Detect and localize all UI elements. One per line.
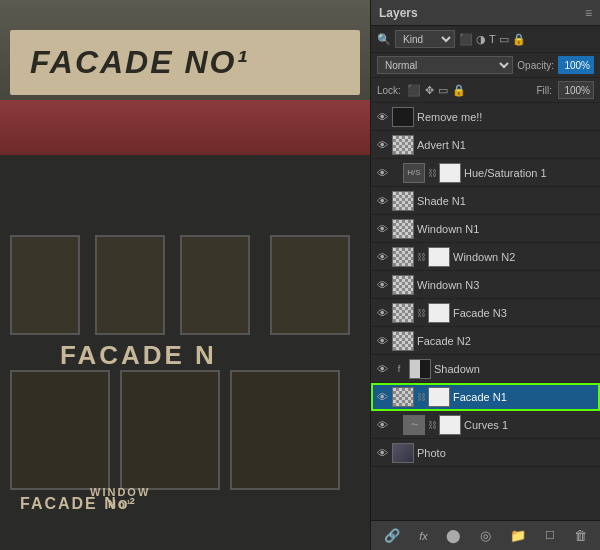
eye-icon[interactable]: 👁 xyxy=(375,447,389,459)
layer-thumb xyxy=(392,191,414,211)
kind-select[interactable]: Kind xyxy=(395,30,455,48)
lock-all-icon[interactable]: 🔒 xyxy=(452,84,466,97)
layer-thumb xyxy=(392,387,414,407)
layers-panel: Layers ≡ 🔍 Kind ⬛ ◑ T ▭ 🔒 Normal Opacity… xyxy=(370,0,600,550)
layer-item[interactable]: 👁 Windown N3 xyxy=(371,271,600,299)
fill-label: Fill: xyxy=(536,85,552,96)
layer-item[interactable]: 👁 Facade N2 xyxy=(371,327,600,355)
lock-row: Lock: ⬛ ✥ ▭ 🔒 Fill: xyxy=(371,78,600,103)
layer-thumb xyxy=(392,247,414,267)
layer-thumb xyxy=(392,219,414,239)
window-2 xyxy=(95,235,165,335)
layer-list[interactable]: 👁 Remove me!! 👁 Advert N1 👁 H/S ⛓ Hue/Sa… xyxy=(371,103,600,520)
lock-artboard-icon[interactable]: ▭ xyxy=(438,84,448,97)
layer-item[interactable]: 👁 ⛓ Facade N3 xyxy=(371,299,600,327)
layer-name: Windown N1 xyxy=(417,223,596,235)
window-bottom-3 xyxy=(230,370,340,490)
new-layer-icon[interactable]: ☐ xyxy=(541,527,559,544)
facade-building: FACADE N FACADE No² WINDOW No¹ xyxy=(0,155,370,550)
layer-mask xyxy=(439,415,461,435)
mode-row: Normal Opacity: xyxy=(371,53,600,78)
lock-label: Lock: xyxy=(377,85,401,96)
adjustment-icon[interactable]: ◑ xyxy=(476,33,486,46)
mode-select[interactable]: Normal xyxy=(377,56,513,74)
smart-object-icon: f xyxy=(392,362,406,376)
layer-thumb xyxy=(392,107,414,127)
layer-item-facade-n1[interactable]: 👁 ⛓ Facade N1 xyxy=(371,383,600,411)
eye-icon[interactable]: 👁 xyxy=(375,419,389,431)
window-bottom-1 xyxy=(10,370,110,490)
type-icon[interactable]: T xyxy=(489,33,496,46)
layer-item[interactable]: 👁 f Shadown xyxy=(371,355,600,383)
new-group-icon[interactable]: 📁 xyxy=(506,526,530,545)
window-4 xyxy=(270,235,350,335)
layer-item[interactable]: 👁 H/S ⛓ Hue/Saturation 1 xyxy=(371,159,600,187)
layer-name: Windown N2 xyxy=(453,251,596,263)
layer-thumb: H/S xyxy=(403,163,425,183)
layer-item[interactable]: 👁 Windown N1 xyxy=(371,215,600,243)
window-bottom-2 xyxy=(120,370,220,490)
panel-footer: 🔗 fx ⬤ ◎ 📁 ☐ 🗑 xyxy=(371,520,600,550)
awning xyxy=(0,100,370,160)
layer-item[interactable]: 👁 Photo xyxy=(371,439,600,467)
photo-area: FACADE No¹ FACADE N FACADE No² W xyxy=(0,0,370,550)
eye-icon[interactable]: 👁 xyxy=(375,307,389,319)
layer-item[interactable]: 👁 〜 ⛓ Curves 1 xyxy=(371,411,600,439)
photo-background: FACADE No¹ FACADE N FACADE No² W xyxy=(0,0,370,550)
layer-thumb xyxy=(392,331,414,351)
eye-icon[interactable]: 👁 xyxy=(375,251,389,263)
add-mask-icon[interactable]: ⬤ xyxy=(442,526,465,545)
layer-item[interactable]: 👁 Advert N1 xyxy=(371,131,600,159)
layer-mask xyxy=(428,247,450,267)
shape-icon[interactable]: ▭ xyxy=(499,33,509,46)
window-sign: WINDOW No¹ xyxy=(90,486,150,510)
chain-icon: ⛓ xyxy=(417,392,425,402)
layer-item[interactable]: 👁 Shade N1 xyxy=(371,187,600,215)
eye-icon[interactable]: 👁 xyxy=(375,363,389,375)
layer-thumb xyxy=(392,303,414,323)
layer-item[interactable]: 👁 ⛓ Windown N2 xyxy=(371,243,600,271)
lock-icons: ⬛ ✥ ▭ 🔒 xyxy=(407,84,466,97)
eye-icon[interactable]: 👁 xyxy=(375,279,389,291)
adjustment-layer-icon[interactable]: ◎ xyxy=(476,526,495,545)
pixel-icon[interactable]: ⬛ xyxy=(459,33,473,46)
opacity-label: Opacity: xyxy=(517,60,554,71)
layer-name: Facade N3 xyxy=(453,307,596,319)
layer-thumb xyxy=(392,275,414,295)
panel-menu-icon[interactable]: ≡ xyxy=(585,6,592,20)
lock-position-icon[interactable]: ✥ xyxy=(425,84,434,97)
eye-icon[interactable]: 👁 xyxy=(375,167,389,179)
layer-name: Photo xyxy=(417,447,596,459)
layer-name: Hue/Saturation 1 xyxy=(464,167,596,179)
fx-icon[interactable]: fx xyxy=(415,528,432,544)
layer-thumb: 〜 xyxy=(403,415,425,435)
window-3 xyxy=(180,235,250,335)
layer-name: Facade N1 xyxy=(453,391,596,403)
smart-icon[interactable]: 🔒 xyxy=(512,33,526,46)
opacity-input[interactable] xyxy=(558,56,594,74)
layer-thumb xyxy=(409,359,431,379)
layer-thumb xyxy=(392,443,414,463)
facade-middle-text: FACADE N xyxy=(60,340,217,370)
eye-icon[interactable]: 👁 xyxy=(375,335,389,347)
fill-input[interactable] xyxy=(558,81,594,99)
eye-icon[interactable]: 👁 xyxy=(375,391,389,403)
link-layers-icon[interactable]: 🔗 xyxy=(380,526,404,545)
layer-name: Remove me!! xyxy=(417,111,596,123)
layer-name: Facade N2 xyxy=(417,335,596,347)
layer-name: Advert N1 xyxy=(417,139,596,151)
chain-icon: ⛓ xyxy=(417,252,425,262)
layer-item[interactable]: 👁 Remove me!! xyxy=(371,103,600,131)
eye-icon[interactable]: 👁 xyxy=(375,111,389,123)
delete-layer-icon[interactable]: 🗑 xyxy=(570,526,591,545)
eye-icon[interactable]: 👁 xyxy=(375,139,389,151)
layer-mask xyxy=(428,387,450,407)
eye-icon[interactable]: 👁 xyxy=(375,195,389,207)
chain-icon: ⛓ xyxy=(428,420,436,430)
chain-icon: ⛓ xyxy=(428,168,436,178)
eye-icon[interactable]: 👁 xyxy=(375,223,389,235)
facade-top-text: FACADE No¹ xyxy=(30,44,249,80)
kind-icons: ⬛ ◑ T ▭ 🔒 xyxy=(459,33,526,46)
lock-pixels-icon[interactable]: ⬛ xyxy=(407,84,421,97)
search-icon: 🔍 xyxy=(377,33,391,46)
